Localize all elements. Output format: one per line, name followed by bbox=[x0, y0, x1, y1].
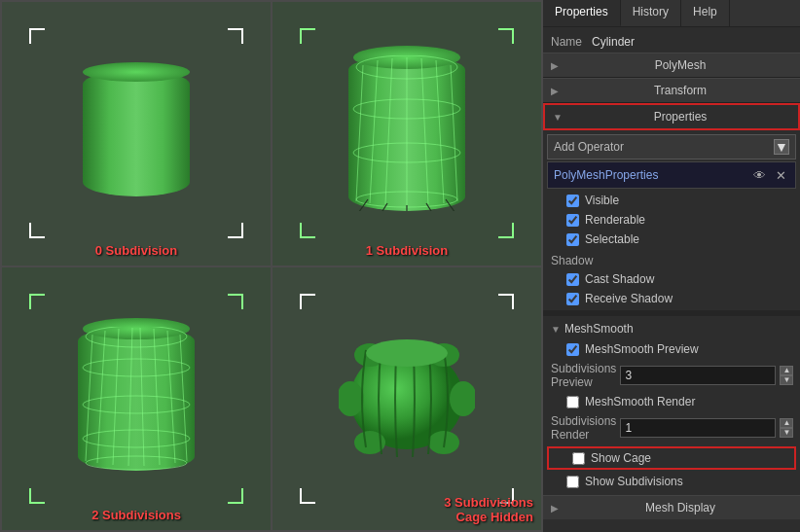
name-row: Name Cylinder bbox=[543, 31, 800, 53]
polymesh-arrow: ▶ bbox=[551, 60, 564, 71]
cast-shadow-row: Cast Shadow bbox=[543, 269, 800, 289]
subdivisions-preview-label: Subdivisions Preview bbox=[551, 362, 616, 389]
section-transform[interactable]: ▶ Transform bbox=[543, 78, 800, 103]
cylinder-body-0 bbox=[83, 70, 190, 196]
bumpy-cylinder-svg bbox=[339, 336, 475, 462]
subdivisions-preview-up[interactable]: ▲ bbox=[780, 366, 793, 375]
tab-properties[interactable]: Properties bbox=[543, 0, 621, 26]
subdivisions-render-up[interactable]: ▲ bbox=[780, 418, 793, 428]
cast-shadow-label: Cast Shadow bbox=[585, 272, 654, 286]
section-polymesh[interactable]: ▶ PolyMesh bbox=[543, 53, 800, 78]
divider-1 bbox=[543, 310, 800, 316]
subdivisions-render-spinners: ▲ ▼ bbox=[780, 418, 793, 438]
visibility-icon-btn[interactable]: 👁 bbox=[750, 166, 768, 184]
meshsmooth-render-label: MeshSmooth Render bbox=[585, 395, 695, 408]
bbox-corner-bl bbox=[29, 223, 45, 238]
bbox-corner-tr-1 bbox=[498, 28, 514, 44]
viewport-cell-3[interactable]: 3 Subdivisions Cage Hidden bbox=[273, 267, 541, 531]
bbox-corner-tr-3 bbox=[498, 294, 514, 309]
mesh-display-row[interactable]: ▶ Mesh Display bbox=[543, 495, 800, 519]
svg-point-36 bbox=[366, 339, 448, 367]
visible-label: Visible bbox=[585, 194, 619, 207]
bbox-corner-tl-1 bbox=[300, 28, 315, 44]
receive-shadow-label: Receive Shadow bbox=[585, 292, 673, 305]
transform-arrow: ▶ bbox=[551, 86, 564, 96]
cast-shadow-checkbox[interactable] bbox=[566, 273, 579, 286]
add-operator-button[interactable]: ▼ bbox=[774, 139, 789, 155]
meshsmooth-arrow: ▼ bbox=[551, 324, 561, 335]
viewport-cell-0[interactable]: 0 Subdivision bbox=[2, 2, 271, 266]
subdivisions-render-down[interactable]: ▼ bbox=[780, 428, 793, 438]
visible-row: Visible bbox=[543, 191, 800, 210]
meshsmooth-preview-row: MeshSmooth Preview bbox=[543, 339, 800, 359]
section-properties[interactable]: ▼ Properties bbox=[543, 103, 800, 130]
subdivisions-preview-down[interactable]: ▼ bbox=[780, 375, 793, 385]
viewport-cell-2[interactable]: 2 Subdivisions bbox=[2, 267, 271, 531]
properties-title: Properties bbox=[570, 110, 790, 124]
polymesh-title: PolyMesh bbox=[568, 58, 792, 72]
show-subdivisions-label: Show Subdivisions bbox=[585, 475, 683, 488]
shadow-section-label: Shadow bbox=[543, 249, 800, 269]
viewport-label-0: 0 Subdivision bbox=[95, 243, 178, 258]
selectable-row: Selectable bbox=[543, 230, 800, 249]
bbox-corner-bl-2 bbox=[29, 488, 45, 504]
bbox-corner-tr-2 bbox=[228, 294, 243, 309]
viewport-panel: 0 Subdivision bbox=[0, 0, 543, 532]
viewport-label-1: 1 Subdivision bbox=[366, 243, 449, 258]
subdivisions-render-label: Subdivisions Render bbox=[551, 414, 616, 442]
close-icon-btn[interactable]: ✕ bbox=[772, 166, 789, 184]
tab-history[interactable]: History bbox=[621, 0, 681, 26]
subdivisions-preview-row: Subdivisions Preview ▲ ▼ bbox=[543, 359, 800, 392]
show-subdivisions-row: Show Subdivisions bbox=[543, 472, 800, 491]
subdivisions-render-row: Subdivisions Render ▲ ▼ bbox=[543, 411, 800, 444]
cylinder-0 bbox=[83, 70, 190, 196]
add-operator-row[interactable]: Add Operator ▼ bbox=[547, 134, 796, 160]
name-field-value: Cylinder bbox=[592, 35, 792, 49]
bbox-corner-br bbox=[228, 223, 243, 238]
meshsmooth-render-checkbox[interactable] bbox=[566, 396, 579, 408]
viewport-label-2: 2 Subdivisions bbox=[91, 508, 181, 522]
cylinder-3 bbox=[339, 336, 475, 462]
bbox-corner-bl-1 bbox=[300, 223, 315, 238]
renderable-label: Renderable bbox=[585, 213, 645, 227]
polymesh-properties-bar: PolyMeshProperties 👁 ✕ bbox=[547, 161, 796, 189]
bbox-corner-tl bbox=[29, 28, 45, 44]
viewport-label-3: 3 Subdivisions Cage Hidden bbox=[444, 495, 533, 524]
receive-shadow-checkbox[interactable] bbox=[566, 293, 579, 305]
cylinder-top-2 bbox=[83, 318, 190, 339]
selectable-label: Selectable bbox=[585, 232, 639, 246]
tab-help[interactable]: Help bbox=[681, 0, 730, 26]
add-operator-label: Add Operator bbox=[554, 140, 774, 154]
meshsmooth-preview-label: MeshSmooth Preview bbox=[585, 342, 699, 356]
receive-shadow-row: Receive Shadow bbox=[543, 289, 800, 308]
polymesh-properties-title: PolyMeshProperties bbox=[554, 168, 746, 182]
bbox-corner-bl-3 bbox=[300, 488, 315, 504]
show-cage-checkbox[interactable] bbox=[572, 452, 585, 465]
cylinder-2 bbox=[78, 327, 195, 471]
subdivisions-preview-input[interactable] bbox=[620, 366, 776, 385]
show-subdivisions-checkbox[interactable] bbox=[566, 476, 579, 488]
cylinder-body-2 bbox=[78, 327, 195, 471]
viewport-cell-1[interactable]: 1 Subdivision bbox=[273, 2, 541, 266]
subdivisions-render-input[interactable] bbox=[620, 418, 776, 438]
cylinder-body-1 bbox=[348, 55, 465, 211]
bbox-corner-br-2 bbox=[228, 488, 243, 504]
bbox-corner-tl-3 bbox=[300, 294, 315, 309]
meshsmooth-preview-checkbox[interactable] bbox=[566, 343, 579, 356]
renderable-checkbox[interactable] bbox=[566, 214, 579, 227]
visible-checkbox[interactable] bbox=[566, 195, 579, 207]
right-panel: Properties History Help Name Cylinder ▶ … bbox=[543, 0, 800, 532]
meshsmooth-title: MeshSmooth bbox=[564, 322, 634, 336]
properties-content: Name Cylinder ▶ PolyMesh ▶ Transform ▼ P… bbox=[543, 27, 800, 532]
show-cage-label: Show Cage bbox=[591, 451, 651, 465]
mesh-display-arrow: ▶ bbox=[551, 503, 564, 514]
meshsmooth-render-row: MeshSmooth Render bbox=[543, 392, 800, 411]
meshsmooth-header[interactable]: ▼ MeshSmooth bbox=[543, 318, 800, 339]
properties-arrow: ▼ bbox=[553, 112, 566, 123]
transform-title: Transform bbox=[568, 84, 792, 97]
bbox-corner-tl-2 bbox=[29, 294, 45, 309]
header-tabs: Properties History Help bbox=[543, 0, 800, 27]
selectable-checkbox[interactable] bbox=[566, 233, 579, 246]
renderable-row: Renderable bbox=[543, 210, 800, 230]
subdivisions-preview-spinners: ▲ ▼ bbox=[780, 366, 793, 385]
